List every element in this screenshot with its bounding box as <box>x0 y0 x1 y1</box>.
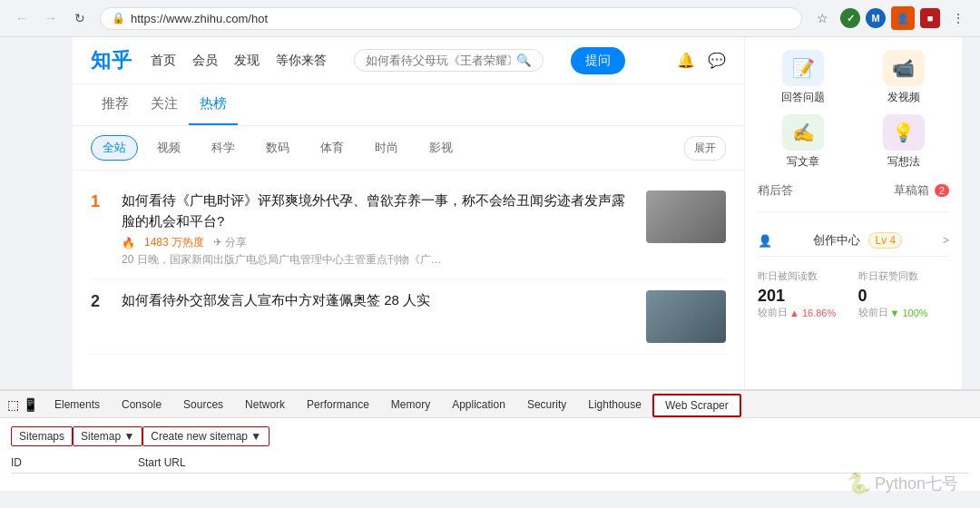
hot-title-2[interactable]: 如何看待外交部发言人宣布中方对蓬佩奥签 28 人实 <box>122 290 633 311</box>
main-content: 知乎 首页 会员 发现 等你来答 🔍 提问 🔔 💬 推荐 关注 热榜 <box>73 37 744 389</box>
search-button[interactable]: 🔍 <box>516 54 532 67</box>
draft-box-btn[interactable]: 草稿箱 2 <box>894 182 949 199</box>
hot-thumb-2 <box>646 290 726 343</box>
likes-pct: ▼ 100% <box>890 308 928 318</box>
url-text: https://www.zhihu.com/hot <box>131 12 790 25</box>
devtools-tab-webscraper[interactable]: Web Scraper <box>652 394 741 417</box>
video-label: 发视频 <box>887 90 920 105</box>
sidebar-action-answer[interactable]: 📝 回答问题 <box>758 50 849 105</box>
devtools-tab-elements[interactable]: Elements <box>44 395 111 415</box>
reads-change-text: 较前日 <box>758 306 788 319</box>
answer-label: 回答问题 <box>781 90 825 105</box>
back-button[interactable]: ← <box>9 5 34 31</box>
right-sidebar: 📝 回答问题 📹 发视频 ✍️ 写文章 💡 写想法 稍后答 草稿箱 2 👤 创作… <box>744 37 962 389</box>
devtools-tab-lighthouse[interactable]: Lighthouse <box>577 395 652 415</box>
cat-science[interactable]: 科学 <box>200 135 247 161</box>
tab-follow[interactable]: 关注 <box>140 84 189 125</box>
devtools-device-icon[interactable]: 📱 <box>23 397 38 412</box>
likes-change-text: 较前日 <box>858 306 888 319</box>
devtools-panel: ⬚ 📱 Elements Console Sources Network Per… <box>0 389 980 491</box>
cat-fashion[interactable]: 时尚 <box>363 135 410 161</box>
nav-member[interactable]: 会员 <box>192 49 218 73</box>
sidebar-action-video[interactable]: 📹 发视频 <box>858 50 950 105</box>
creator-label: 创作中心 Lv 4 <box>813 232 902 249</box>
devtools-tab-console[interactable]: Console <box>111 395 172 415</box>
ext-icon-3[interactable]: 👤 <box>891 6 915 30</box>
page-layout: 知乎 首页 会员 发现 等你来答 🔍 提问 🔔 💬 推荐 关注 热榜 <box>0 37 980 389</box>
draft-later-btn[interactable]: 稍后答 <box>758 182 793 199</box>
creator-icon: 👤 <box>758 234 772 248</box>
nav-answer[interactable]: 等你来答 <box>276 49 327 73</box>
cat-all[interactable]: 全站 <box>91 135 138 161</box>
ext-icon-1[interactable]: ✓ <box>840 8 860 28</box>
devtools-tab-performance[interactable]: Performance <box>296 395 380 415</box>
idea-icon-box: 💡 <box>883 114 925 151</box>
star-button[interactable]: ☆ <box>809 5 835 31</box>
sidebar-action-idea[interactable]: 💡 写想法 <box>858 114 950 170</box>
table-header-start-url: Start URL <box>138 456 969 469</box>
cat-sports[interactable]: 体育 <box>309 135 356 161</box>
hot-num-2: 2 <box>91 292 109 311</box>
hot-thumb-1 <box>646 190 726 243</box>
thumb-image-1 <box>646 190 726 243</box>
devtools-tab-security[interactable]: Security <box>516 395 577 415</box>
cat-digital[interactable]: 数码 <box>254 135 301 161</box>
creator-center[interactable]: 👤 创作中心 Lv 4 > <box>758 225 949 257</box>
devtools-create-sitemap-btn[interactable]: Create new sitemap ▼ <box>142 426 270 446</box>
header-icons: 🔔 💬 <box>677 52 726 69</box>
share-btn-1[interactable]: ✈ 分享 <box>213 235 247 250</box>
devtools-sitemap-btn[interactable]: Sitemap ▼ <box>73 426 142 446</box>
hot-title-1[interactable]: 如何看待《广电时评》评郑爽境外代孕、曾欲弃养一事，称不会给丑闻劣迹者发声露脸的机… <box>122 190 633 231</box>
category-filter: 全站 视频 科学 数码 体育 时尚 影视 展开 <box>73 126 744 171</box>
sidebar-action-article[interactable]: ✍️ 写文章 <box>758 114 849 170</box>
tab-hot[interactable]: 热榜 <box>189 84 238 125</box>
table-headers: ID Start URL <box>11 453 969 474</box>
stats-row: 昨日被阅读数 201 较前日 ▲ 16.86% 昨日获赞同数 0 较前日 ▼ 1… <box>758 269 949 319</box>
devtools-icons: ⬚ 📱 <box>7 397 38 412</box>
browser-toolbar: ← → ↻ 🔒 https://www.zhihu.com/hot ☆ ✓ M … <box>0 0 980 36</box>
devtools-tab-application[interactable]: Application <box>441 395 516 415</box>
creator-lv: Lv 4 <box>868 232 902 249</box>
forward-button[interactable]: → <box>38 5 64 31</box>
stat-reads: 昨日被阅读数 201 较前日 ▲ 16.86% <box>758 269 849 319</box>
zhihu-nav: 首页 会员 发现 等你来答 <box>151 49 327 73</box>
article-icon-box: ✍️ <box>782 114 824 151</box>
cat-video[interactable]: 视频 <box>145 135 192 161</box>
reads-change: 较前日 ▲ 16.86% <box>758 306 849 319</box>
zhihu-search[interactable]: 🔍 <box>354 49 544 72</box>
menu-button[interactable]: ⋮ <box>946 5 971 31</box>
stat-likes: 昨日获赞同数 0 较前日 ▼ 100% <box>858 269 950 319</box>
likes-change: 较前日 ▼ 100% <box>858 306 950 319</box>
hot-item-2: 2 如何看待外交部发言人宣布中方对蓬佩奥签 28 人实 <box>91 279 726 355</box>
hot-num-1: 1 <box>91 192 109 211</box>
devtools-tab-sources[interactable]: Sources <box>172 395 234 415</box>
message-icon[interactable]: 💬 <box>708 52 726 69</box>
hot-list: 1 如何看待《广电时评》评郑爽境外代孕、曾欲弃养一事，称不会给丑闻劣迹者发声露脸… <box>73 171 744 389</box>
hot-item-1: 1 如何看待《广电时评》评郑爽境外代孕、曾欲弃养一事，称不会给丑闻劣迹者发声露脸… <box>91 180 726 279</box>
devtools-content: Sitemaps Sitemap ▼ Create new sitemap ▼ … <box>0 418 980 491</box>
devtools-inspect-icon[interactable]: ⬚ <box>7 397 19 412</box>
cat-film[interactable]: 影视 <box>417 135 465 161</box>
devtools-tab-memory[interactable]: Memory <box>380 395 441 415</box>
ext-icon-2[interactable]: M <box>866 8 886 28</box>
nav-discover[interactable]: 发现 <box>234 49 260 73</box>
tab-recommend[interactable]: 推荐 <box>91 84 140 125</box>
nav-home[interactable]: 首页 <box>151 49 176 73</box>
reload-button[interactable]: ↻ <box>67 5 93 31</box>
hot-meta-1: 🔥 1483 万热度 ✈ 分享 <box>122 235 633 250</box>
address-bar[interactable]: 🔒 https://www.zhihu.com/hot <box>100 7 802 30</box>
ext-icon-4[interactable]: ■ <box>920 8 940 28</box>
ask-button[interactable]: 提问 <box>571 47 625 74</box>
reads-pct: ▲ 16.86% <box>789 308 836 318</box>
devtools-sitemaps-btn[interactable]: Sitemaps <box>11 426 73 446</box>
search-input[interactable] <box>366 54 511 67</box>
video-icon-box: 📹 <box>883 50 925 86</box>
hot-heat-1: 1483 万热度 <box>144 235 204 250</box>
hot-content-1: 如何看待《广电时评》评郑爽境外代孕、曾欲弃养一事，称不会给丑闻劣迹者发声露脸的机… <box>122 190 633 268</box>
zhihu-header: 知乎 首页 会员 发现 等你来答 🔍 提问 🔔 💬 <box>73 37 744 84</box>
expand-button[interactable]: 展开 <box>684 136 726 161</box>
browser-actions: ☆ ✓ M 👤 ■ ⋮ <box>809 5 971 31</box>
notification-icon[interactable]: 🔔 <box>677 52 695 69</box>
right-spacer <box>962 37 980 389</box>
devtools-tab-network[interactable]: Network <box>234 395 296 415</box>
